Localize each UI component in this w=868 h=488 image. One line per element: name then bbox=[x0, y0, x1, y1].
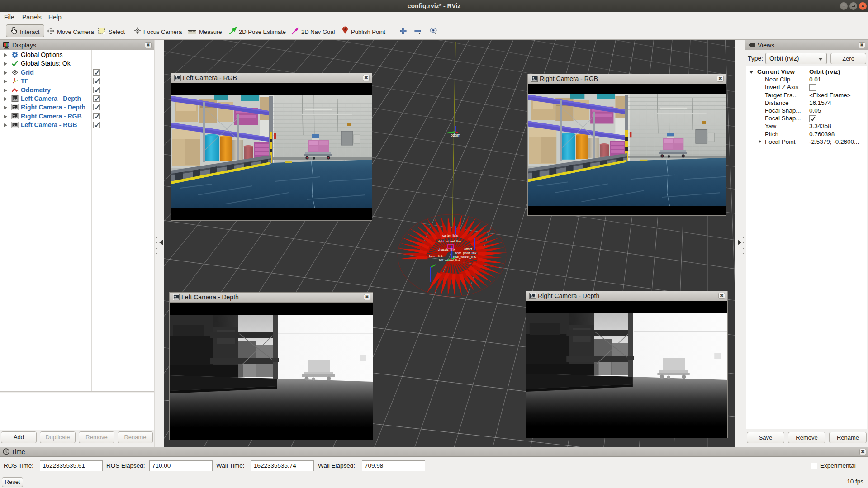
svg-text:chassis_link: chassis_link bbox=[438, 247, 455, 251]
svg-text:base_link: base_link bbox=[429, 254, 443, 258]
svg-text:right_wheel_link: right_wheel_link bbox=[438, 239, 461, 243]
svg-text:carter_lidar: carter_lidar bbox=[442, 233, 459, 237]
svg-text:odom: odom bbox=[451, 133, 460, 137]
svg-text:offset: offset bbox=[464, 247, 472, 251]
svg-text:left_wheel_link: left_wheel_link bbox=[439, 258, 460, 262]
